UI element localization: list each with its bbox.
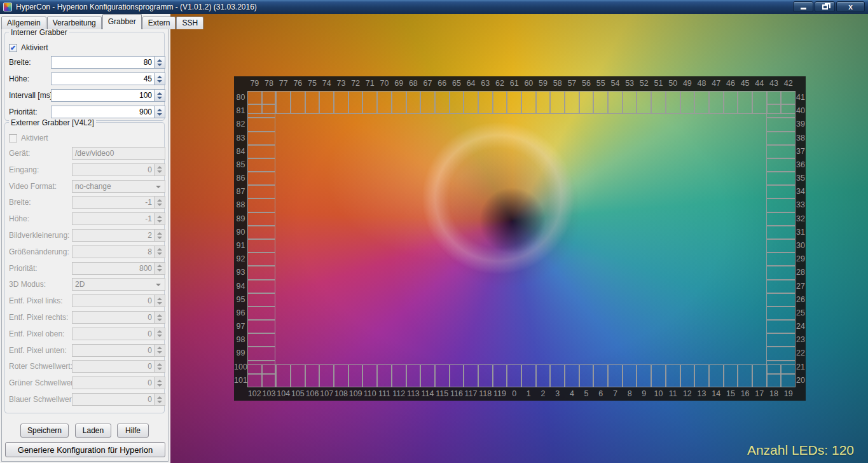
led-index-label: 98 <box>234 333 247 347</box>
external-entf-pixel-unten-label: Entf. Pixel unten: <box>9 344 67 357</box>
external-eingang-input: 0 <box>72 163 165 176</box>
led-cell-93 <box>247 266 275 279</box>
led-index-label: 71 <box>362 76 377 91</box>
led-index-label: 27 <box>796 280 806 293</box>
led-index-label: 29 <box>796 252 806 266</box>
tab-verarbeitung[interactable]: Verarbeitung <box>47 17 102 29</box>
tab-allgemein[interactable]: Allgemein <box>1 17 46 29</box>
external-bildverkleinerung-spinner <box>154 230 165 241</box>
external-entf-pixel-unten-spinner <box>154 345 165 356</box>
spin-up-icon <box>157 396 162 399</box>
spin-up-icon <box>157 92 162 95</box>
external-modus-3d-value: 2D <box>75 279 162 290</box>
led-index-label: 6 <box>593 387 608 401</box>
external-geraet-label: Gerät: <box>9 147 30 160</box>
titlebar[interactable]: HyperCon - Hyperion Konfigurationsprogra… <box>0 0 868 14</box>
external-gruener-schwellwert-label: Grüner Schwellwert: <box>9 377 78 389</box>
led-cell-86 <box>247 172 275 185</box>
led-index-label: 4 <box>565 387 579 401</box>
led-preview-frame: 7978777675747372717069686766656463626160… <box>234 76 806 401</box>
led-index-label: 113 <box>406 387 421 401</box>
led-index-label: 19 <box>781 387 796 401</box>
led-cell-12 <box>680 364 695 387</box>
external-blauer-schwellwert-label: Blauer Schwellwert: <box>9 393 76 406</box>
led-index-label: 84 <box>234 145 247 158</box>
led-index-label: 0 <box>507 387 521 401</box>
maximize-restore-button[interactable] <box>815 1 835 12</box>
internal-breite-input[interactable]: 80 <box>51 56 165 69</box>
led-index-label: 40 <box>796 104 806 118</box>
led-cell-23 <box>766 333 796 347</box>
spin-down-icon <box>157 368 162 370</box>
led-cell-6 <box>593 364 608 387</box>
internal-hoehe-spinner[interactable] <box>154 73 165 85</box>
help-button[interactable]: Hilfe <box>117 424 149 438</box>
led-cell-27 <box>766 280 796 293</box>
led-cell-117 <box>464 364 478 387</box>
led-cell-21 <box>766 361 796 374</box>
external-geraet-value: /dev/video0 <box>75 148 162 159</box>
tab-extern[interactable]: Extern <box>142 17 176 29</box>
external-blauer-schwellwert-value: 0 <box>75 394 152 405</box>
spin-up-icon <box>157 248 162 251</box>
internal-prioritaet-label: Priorität: <box>9 106 38 118</box>
external-breite-label: Breite: <box>9 196 31 209</box>
led-index-label: 43 <box>767 76 782 91</box>
led-index-label: 67 <box>420 76 435 91</box>
led-index-label: 12 <box>680 387 695 401</box>
external-hoehe-spinner <box>154 213 165 225</box>
led-cell-109 <box>348 364 363 387</box>
led-index-label: 75 <box>305 76 320 91</box>
external-prioritaet-label: Priorität: <box>9 262 38 275</box>
led-index-label: 8 <box>623 387 637 401</box>
group-externer-grabber-title: Externer Grabber [V4L2] <box>9 118 96 127</box>
led-cell-113 <box>406 364 421 387</box>
led-cell-14 <box>709 364 724 387</box>
load-button[interactable]: Laden <box>75 424 111 438</box>
spin-up-icon <box>157 232 162 235</box>
led-cell-114 <box>420 364 435 387</box>
spin-down-icon <box>157 170 162 173</box>
internal-prioritaet-input[interactable]: 900 <box>51 106 165 118</box>
led-index-label: 68 <box>406 76 421 91</box>
external-hoehe-value: -1 <box>75 213 152 225</box>
internal-prioritaet-spinner[interactable] <box>154 106 165 118</box>
dropdown-arrow-icon <box>156 284 161 286</box>
led-index-label: 64 <box>464 76 478 91</box>
external-hoehe-input: -1 <box>72 212 165 225</box>
spin-down-icon <box>157 269 162 272</box>
external-entf-pixel-unten-value: 0 <box>75 345 152 356</box>
led-index-label: 107 <box>319 387 334 401</box>
internal-hoehe-input[interactable]: 45 <box>51 73 165 85</box>
external-entf-pixel-rechts-value: 0 <box>75 312 152 323</box>
led-index-label: 119 <box>493 387 507 401</box>
led-cell-116 <box>450 364 464 387</box>
tab-ssh[interactable]: SSH <box>176 17 203 29</box>
led-index-label: 100 <box>234 361 247 374</box>
close-button[interactable]: x <box>836 1 865 12</box>
led-cell-40 <box>766 104 796 118</box>
led-cell-32 <box>766 212 796 226</box>
spin-down-icon <box>157 302 162 305</box>
tab-grabber[interactable]: Grabber <box>102 14 142 29</box>
minimize-button[interactable] <box>793 1 813 12</box>
led-cell-0 <box>507 364 521 387</box>
save-button[interactable]: Speichern <box>20 424 69 438</box>
led-index-label: 57 <box>565 76 579 91</box>
led-cell-85 <box>247 158 275 172</box>
led-index-label: 93 <box>234 266 247 279</box>
led-index-label: 97 <box>234 320 247 333</box>
group-interner-grabber-title: Interner Grabber <box>9 28 69 37</box>
internal-breite-spinner[interactable] <box>154 57 165 68</box>
internal-aktiviert-checkbox[interactable]: ✔ <box>9 44 17 52</box>
close-icon: x <box>848 3 853 11</box>
led-cell-54 <box>608 91 623 114</box>
led-cell-101 <box>247 374 275 387</box>
led-index-label: 50 <box>666 76 680 91</box>
internal-breite-value: 80 <box>54 57 152 68</box>
internal-intervall-input[interactable]: 100 <box>51 89 165 102</box>
led-cell-60 <box>521 91 536 114</box>
internal-intervall-spinner[interactable] <box>154 90 165 101</box>
spin-up-icon <box>157 330 162 333</box>
generate-config-button[interactable]: Generiere Konfiguration für Hyperion <box>5 442 165 457</box>
